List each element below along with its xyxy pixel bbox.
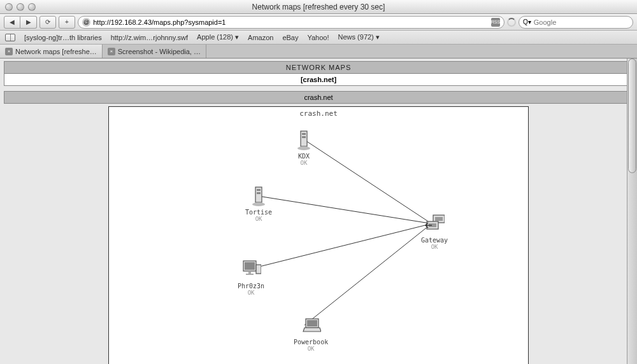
laptop-icon (301, 314, 321, 337)
bookmark-item[interactable]: Apple (128) ▾ (197, 33, 239, 41)
node-label: Tortise (245, 209, 272, 216)
node-status: OK (421, 244, 448, 250)
svg-point-11 (252, 202, 265, 206)
node-powerbook[interactable]: PowerbookOK (294, 314, 328, 352)
svg-rect-20 (256, 265, 261, 274)
rss-icon[interactable]: RSS (491, 18, 500, 27)
bookmarks-menu-icon[interactable] (5, 34, 15, 41)
node-status: OK (294, 160, 314, 166)
nav-buttons: ◀ ▶ (4, 16, 37, 29)
svg-line-1 (256, 196, 431, 224)
map-wrapper: crash.net KDXOKTortiseOKGatewayOKPhr0z3n… (4, 106, 633, 364)
bookmarks-bar: [syslog-ng]tr…th libraries http://z.wim…… (0, 31, 637, 45)
address-bar[interactable]: @ RSS (78, 16, 505, 29)
bookmark-item[interactable]: News (972) ▾ (338, 33, 380, 41)
node-status: OK (294, 346, 328, 352)
window-controls (0, 3, 36, 11)
search-input[interactable] (534, 18, 629, 26)
page-body: NETWORK MAPS [crash.net] crash.net crash… (0, 59, 637, 364)
forward-button[interactable]: ▶ (20, 16, 37, 29)
title-bar: Network maps [refreshed every 30 sec] (0, 0, 637, 14)
svg-line-0 (304, 140, 431, 224)
svg-rect-14 (435, 217, 443, 221)
tab-label: Screenshot - Wikipedia, … (118, 48, 201, 55)
tower-icon (294, 129, 314, 151)
node-label: Phr0z3n (238, 283, 264, 290)
node-phr0z3n[interactable]: Phr0z3nOK (238, 258, 264, 296)
close-tab-icon[interactable]: × (108, 48, 115, 55)
svg-rect-18 (248, 271, 251, 274)
node-tortise[interactable]: TortiseOK (245, 185, 272, 222)
svg-rect-10 (257, 192, 261, 194)
add-bookmark-button[interactable]: + (59, 16, 75, 29)
map-link[interactable]: [crash.net] (301, 76, 336, 83)
zoom-window-button[interactable] (28, 3, 36, 11)
bookmark-item[interactable]: [syslog-ng]tr…th libraries (24, 34, 102, 41)
node-label: KDX (294, 153, 314, 160)
node-status: OK (245, 216, 272, 222)
svg-rect-17 (245, 262, 255, 270)
window-title: Network maps [refreshed every 30 sec] (252, 3, 385, 11)
tab-label: Network maps [refreshe… (15, 48, 97, 55)
search-bar[interactable]: Q▾ (519, 16, 633, 29)
tower-icon (248, 185, 269, 207)
svg-line-2 (248, 223, 431, 269)
url-input[interactable] (93, 18, 489, 26)
tab-screenshot-wikipedia[interactable]: × Screenshot - Wikipedia, … (103, 45, 206, 58)
scroll-thumb[interactable] (628, 59, 636, 173)
search-icon: Q▾ (523, 18, 531, 25)
site-icon: @ (82, 18, 90, 27)
svg-rect-6 (302, 136, 306, 138)
back-button[interactable]: ◀ (4, 16, 20, 29)
vertical-scrollbar[interactable] (627, 59, 637, 364)
desktop-icon (241, 258, 261, 281)
bookmark-item[interactable]: eBay (282, 34, 298, 41)
svg-rect-19 (246, 274, 254, 275)
svg-point-7 (297, 146, 310, 150)
minimize-window-button[interactable] (17, 3, 24, 11)
svg-line-3 (304, 223, 431, 325)
page-content: NETWORK MAPS [crash.net] crash.net crash… (0, 59, 637, 364)
node-status: OK (238, 290, 264, 296)
reload-button[interactable]: ⟳ (39, 16, 56, 29)
node-label: Powerbook (294, 339, 328, 346)
bookmark-item[interactable]: Yahoo! (307, 34, 329, 41)
node-gateway[interactable]: GatewayOK (421, 213, 448, 250)
node-kdx[interactable]: KDXOK (294, 129, 314, 166)
map-name-heading: crash.net (4, 91, 633, 104)
network-icon (424, 213, 445, 235)
browser-toolbar: ◀ ▶ ⟳ + @ RSS Q▾ (0, 14, 637, 31)
svg-rect-5 (302, 133, 306, 135)
tab-network-maps[interactable]: × Network maps [refreshe… (0, 45, 103, 58)
page-heading: NETWORK MAPS (4, 61, 633, 74)
browser-window: Network maps [refreshed every 30 sec] ◀ … (0, 0, 637, 364)
close-window-button[interactable] (5, 3, 13, 11)
bookmark-item[interactable]: http://z.wim…rjohnny.swf (111, 34, 188, 41)
tab-bar: × Network maps [refreshe… × Screenshot -… (0, 45, 637, 59)
node-label: Gateway (421, 237, 448, 244)
map-link-bar: [crash.net] (4, 74, 633, 86)
svg-rect-22 (307, 320, 317, 326)
bookmark-item[interactable]: Amazon (248, 34, 273, 41)
loading-spinner-icon (507, 18, 516, 27)
network-map: crash.net KDXOKTortiseOKGatewayOKPhr0z3n… (108, 106, 529, 364)
svg-rect-9 (257, 189, 261, 191)
close-tab-icon[interactable]: × (5, 48, 13, 55)
